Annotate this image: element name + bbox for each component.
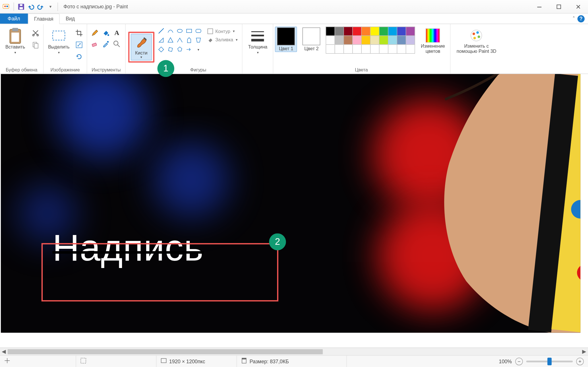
color-swatch[interactable] bbox=[379, 36, 388, 45]
color-swatch[interactable] bbox=[326, 36, 335, 45]
horizontal-scrollbar[interactable]: ◄ ► bbox=[0, 347, 588, 355]
scroll-right-icon[interactable]: ► bbox=[581, 348, 588, 355]
redo-icon[interactable] bbox=[37, 3, 45, 11]
color-palette[interactable] bbox=[326, 27, 415, 53]
color-swatch[interactable] bbox=[406, 44, 415, 54]
color-picker-icon[interactable] bbox=[101, 39, 111, 49]
color-swatch[interactable] bbox=[361, 44, 371, 54]
color-swatch[interactable] bbox=[388, 36, 397, 45]
color-swatch[interactable] bbox=[370, 44, 380, 54]
shapes-gallery[interactable]: ▾ bbox=[157, 27, 203, 54]
color-swatch[interactable] bbox=[406, 27, 415, 36]
color-swatch[interactable] bbox=[335, 44, 344, 54]
svg-rect-5 bbox=[20, 4, 22, 6]
brushes-callout: Кисти ▾ bbox=[128, 32, 154, 63]
select-button[interactable]: Выделить▾ bbox=[46, 27, 71, 55]
paste-button[interactable]: Вставить▾ bbox=[3, 27, 28, 55]
color-swatch[interactable] bbox=[353, 36, 362, 45]
clipboard-icon bbox=[8, 28, 23, 44]
pencil-icon[interactable] bbox=[90, 28, 100, 38]
color-swatch[interactable] bbox=[388, 27, 397, 36]
color-swatch[interactable] bbox=[370, 27, 380, 36]
edit-colors-button[interactable]: Изменение цветов bbox=[418, 27, 448, 54]
color-swatch[interactable] bbox=[379, 44, 388, 54]
copy-icon[interactable] bbox=[30, 40, 40, 50]
svg-point-31 bbox=[478, 36, 480, 38]
group-image-label: Изображение bbox=[46, 67, 84, 73]
app-icon bbox=[3, 3, 10, 11]
tab-file[interactable]: Файл bbox=[0, 13, 28, 24]
rotate-icon[interactable] bbox=[74, 52, 84, 62]
group-size: Толщина▾ bbox=[243, 24, 274, 73]
color-swatch[interactable] bbox=[361, 36, 371, 45]
svg-rect-22 bbox=[187, 29, 192, 33]
canvas-size-icon bbox=[161, 358, 167, 365]
shape-outline-button[interactable]: Контур▾ bbox=[205, 28, 240, 35]
photo-hand bbox=[377, 74, 580, 333]
color2-button[interactable]: Цвет 2 bbox=[301, 27, 323, 51]
maximize-button[interactable] bbox=[549, 0, 568, 13]
shape-fill-button[interactable]: Заливка▾ bbox=[205, 36, 240, 44]
color-swatch[interactable] bbox=[370, 36, 380, 45]
color-swatch[interactable] bbox=[353, 27, 362, 36]
callout-box-2 bbox=[41, 243, 278, 301]
group-clipboard-label: Буфер обмена bbox=[3, 67, 41, 73]
svg-rect-24 bbox=[208, 29, 213, 34]
close-button[interactable] bbox=[568, 0, 588, 13]
group-colors-label: Цвета bbox=[275, 67, 448, 73]
zoom-value: 100% bbox=[499, 358, 512, 364]
group-image: Выделить▾ Изображение bbox=[44, 24, 87, 73]
paint3d-button[interactable]: Изменить с помощью Paint 3D bbox=[453, 27, 500, 54]
canvas-dimensions: 1920 × 1200пкс bbox=[169, 358, 205, 364]
eraser-icon[interactable] bbox=[90, 39, 100, 49]
tab-view[interactable]: Вид bbox=[60, 13, 81, 24]
zoom-out-button[interactable]: − bbox=[515, 358, 523, 365]
fill-icon[interactable] bbox=[101, 28, 111, 38]
resize-icon[interactable] bbox=[74, 40, 84, 50]
color-swatch[interactable] bbox=[361, 27, 371, 36]
color-swatch[interactable] bbox=[397, 36, 406, 45]
brushes-button[interactable]: Кисти ▾ bbox=[131, 34, 152, 60]
color-swatch[interactable] bbox=[344, 44, 353, 54]
zoom-slider[interactable] bbox=[526, 360, 573, 362]
text-icon[interactable]: A bbox=[112, 28, 122, 38]
svg-rect-37 bbox=[81, 358, 86, 363]
help-icon[interactable]: ? bbox=[577, 15, 585, 22]
color-swatch[interactable] bbox=[335, 27, 344, 36]
color-swatch[interactable] bbox=[397, 44, 406, 54]
color-swatch[interactable] bbox=[379, 27, 388, 36]
tab-home[interactable]: Главная bbox=[28, 13, 60, 24]
color-swatch[interactable] bbox=[335, 36, 344, 45]
svg-rect-6 bbox=[537, 7, 541, 7]
scroll-left-icon[interactable]: ◄ bbox=[0, 348, 8, 355]
color1-button[interactable]: Цвет 1 bbox=[275, 27, 297, 52]
color-swatch[interactable] bbox=[388, 44, 397, 54]
paint3d-icon bbox=[469, 28, 484, 43]
filesize-icon bbox=[241, 358, 247, 365]
qat-customize-icon[interactable]: ▾ bbox=[47, 3, 54, 11]
svg-rect-4 bbox=[20, 7, 23, 9]
collapse-ribbon-icon[interactable]: ˄ bbox=[572, 16, 575, 22]
undo-icon[interactable] bbox=[27, 3, 35, 11]
cut-icon[interactable] bbox=[30, 28, 40, 38]
window-title: Фото с надписью.jpg - Paint bbox=[63, 4, 128, 10]
group-paint3d: Изменить с помощью Paint 3D bbox=[451, 24, 502, 73]
svg-rect-25 bbox=[252, 31, 264, 32]
svg-rect-26 bbox=[252, 35, 264, 36]
minimize-button[interactable] bbox=[530, 0, 549, 13]
color-swatch[interactable] bbox=[326, 27, 335, 36]
color-swatch[interactable] bbox=[326, 44, 335, 54]
svg-point-30 bbox=[477, 31, 479, 34]
save-icon[interactable] bbox=[17, 3, 25, 11]
color-swatch[interactable] bbox=[344, 36, 353, 45]
crop-icon[interactable] bbox=[74, 28, 84, 38]
color-swatch[interactable] bbox=[397, 27, 406, 36]
color-swatch[interactable] bbox=[406, 36, 415, 45]
magnifier-icon[interactable] bbox=[112, 39, 122, 49]
zoom-in-button[interactable]: + bbox=[576, 358, 584, 365]
canvas[interactable]: Надпись bbox=[1, 74, 581, 333]
color-swatch[interactable] bbox=[353, 44, 362, 54]
svg-rect-40 bbox=[242, 358, 246, 359]
color-swatch[interactable] bbox=[344, 27, 353, 36]
size-button[interactable]: Толщина▾ bbox=[245, 27, 270, 55]
